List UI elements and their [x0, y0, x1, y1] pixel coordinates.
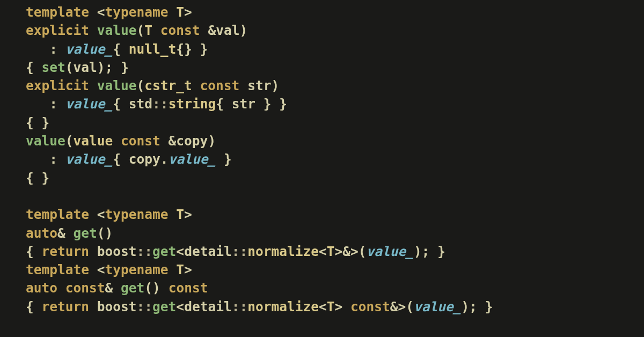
space	[169, 262, 177, 277]
rparen: )	[208, 133, 216, 149]
space	[477, 299, 485, 314]
ctor-value: value	[97, 23, 137, 38]
rparen: )	[152, 280, 160, 296]
amp: &	[208, 23, 216, 38]
indent	[26, 151, 49, 167]
gt: >	[350, 244, 358, 259]
lparen: (	[406, 299, 414, 314]
rbrace: }	[264, 96, 272, 112]
lt: <	[97, 4, 105, 20]
type-T: T	[176, 207, 184, 222]
keyword-typename: typename	[105, 262, 169, 277]
space	[121, 41, 129, 57]
lbrace: {	[26, 244, 34, 259]
space	[89, 207, 97, 222]
space	[239, 78, 247, 93]
rbrace: }	[184, 41, 192, 57]
type-null-t: null_t	[129, 41, 177, 57]
rbrace: }	[42, 115, 50, 130]
space	[200, 23, 208, 38]
space	[160, 133, 169, 149]
space	[160, 280, 169, 296]
gt: >	[334, 299, 342, 314]
keyword-const: const	[65, 280, 105, 296]
ns-std: std	[129, 96, 152, 112]
keyword-typename: typename	[105, 207, 169, 222]
space	[342, 299, 350, 314]
space	[34, 244, 42, 259]
type-string: string	[169, 96, 216, 112]
space	[34, 115, 42, 130]
keyword-template: template	[26, 4, 89, 20]
param-copy: copy	[176, 133, 208, 149]
space	[121, 96, 129, 112]
keyword-const: const	[350, 299, 390, 314]
code-block: template <typename T> explicit value(T c…	[0, 0, 644, 316]
indent	[26, 96, 49, 112]
space	[34, 170, 42, 186]
ns-boost: boost	[97, 299, 137, 314]
type-T: T	[176, 262, 184, 277]
rbrace: }	[437, 244, 445, 259]
lbrace: {	[216, 96, 224, 112]
semi: ;	[105, 60, 113, 75]
lparen: (	[65, 60, 74, 75]
lparen: (	[65, 133, 74, 149]
member-value: value_	[65, 41, 113, 57]
keyword-template: template	[26, 207, 89, 222]
rbrace: }	[279, 96, 287, 112]
space	[113, 60, 121, 75]
member-value: value_	[65, 96, 113, 112]
fn-get: get	[74, 225, 97, 241]
indent	[26, 41, 49, 57]
lt: <	[97, 207, 105, 222]
dot: .	[160, 151, 169, 167]
rbrace: }	[42, 170, 50, 186]
keyword-const: const	[121, 133, 160, 149]
arg-val: val	[74, 60, 97, 75]
member-value: value_	[414, 299, 462, 314]
param-str: str	[247, 78, 271, 93]
space	[192, 78, 200, 93]
rparen: )	[414, 244, 422, 259]
space	[271, 96, 279, 112]
rbrace: }	[200, 41, 208, 57]
space	[34, 299, 42, 314]
scope: ::	[232, 244, 248, 259]
space	[57, 280, 65, 296]
member-value: value_	[169, 151, 216, 167]
rbrace: }	[121, 60, 129, 75]
keyword-return: return	[42, 299, 90, 314]
rbrace: }	[485, 299, 493, 314]
keyword-explicit: explicit	[26, 23, 89, 38]
amp: &	[390, 299, 398, 314]
lt: <	[97, 262, 105, 277]
lparen: (	[97, 225, 105, 241]
lbrace: {	[176, 41, 184, 57]
gt: >	[334, 244, 342, 259]
type-value: value	[74, 133, 113, 149]
space	[152, 23, 160, 38]
space	[121, 151, 129, 167]
keyword-const: const	[169, 280, 208, 296]
call-set: set	[42, 60, 65, 75]
keyword-const: const	[160, 23, 200, 38]
rparen: )	[271, 78, 279, 93]
scope: ::	[137, 244, 153, 259]
rparen: )	[239, 23, 247, 38]
arg-copy: copy	[129, 151, 160, 167]
colon: :	[49, 151, 57, 167]
keyword-explicit: explicit	[26, 78, 89, 93]
type-T: T	[327, 244, 335, 259]
rparen: )	[97, 60, 105, 75]
lt: <	[176, 299, 184, 314]
scope: ::	[137, 299, 153, 314]
amp: &	[342, 244, 350, 259]
lbrace: {	[26, 299, 34, 314]
space	[89, 78, 97, 93]
call-get: get	[152, 299, 176, 314]
rbrace: }	[224, 151, 232, 167]
lt: <	[319, 244, 327, 259]
member-value: value_	[367, 244, 414, 259]
keyword-return: return	[42, 244, 90, 259]
